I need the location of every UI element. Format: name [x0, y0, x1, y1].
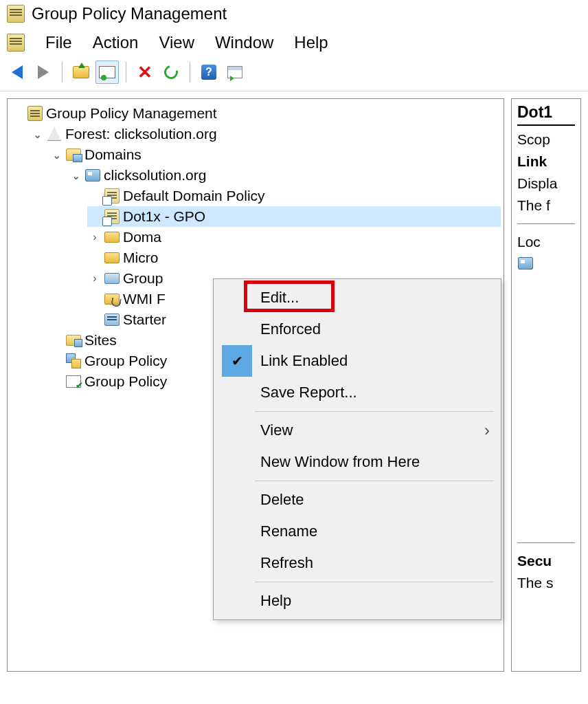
tree-domains[interactable]: ⌄ Domains — [49, 144, 501, 165]
following-text: The f — [517, 197, 575, 214]
modeling-icon — [66, 353, 81, 368]
ctx-enforced[interactable]: Enforced — [214, 314, 501, 345]
caret-down-icon: ⌄ — [69, 169, 82, 182]
tree-microsoft[interactable]: Micro — [87, 248, 501, 268]
separator — [255, 411, 494, 412]
domains-icon — [66, 148, 81, 161]
tree-sites-label: Sites — [84, 332, 117, 349]
refresh-icon — [161, 63, 180, 81]
menu-help[interactable]: Help — [294, 33, 328, 52]
ou-icon — [104, 232, 120, 243]
tree-ms-label: Micro — [123, 250, 158, 266]
separator — [126, 62, 126, 82]
folder-up-icon — [73, 66, 89, 78]
app-icon-small — [7, 34, 25, 52]
properties-button[interactable] — [95, 60, 119, 84]
context-menu: Edit... Enforced ✔ Link Enabled Save Rep… — [213, 278, 501, 620]
title-bar: Group Policy Management — [0, 0, 588, 28]
forest-icon — [47, 127, 61, 141]
toolbar: ✕ ? — [0, 58, 588, 91]
domain-icon — [85, 169, 100, 182]
check-icon: ✔ — [222, 345, 252, 377]
tree-dot1x-gpo[interactable]: Dot1x - GPO — [87, 206, 501, 227]
back-button[interactable] — [5, 60, 29, 84]
properties-icon — [99, 66, 115, 78]
pane-icon — [227, 66, 242, 78]
show-pane-button[interactable] — [223, 60, 247, 84]
tree-domains-label: Domains — [84, 146, 142, 163]
tree-domain-controllers[interactable]: › Doma — [87, 227, 501, 248]
ctx-rename[interactable]: Rename — [214, 516, 501, 547]
location-row[interactable] — [517, 256, 575, 273]
tree-default-policy[interactable]: Default Domain Policy — [87, 186, 501, 206]
tree-domain[interactable]: ⌄ clicksolution.org — [68, 165, 501, 186]
tree-forest-label: Forest: clicksolution.org — [65, 126, 217, 142]
links-heading: Link — [517, 153, 575, 170]
forward-button[interactable] — [32, 60, 55, 84]
separator — [255, 582, 494, 582]
menu-view[interactable]: View — [159, 33, 194, 52]
tree-results-label: Group Policy — [84, 373, 167, 390]
ctx-view[interactable]: View — [214, 415, 501, 446]
menu-bar: File Action View Window Help — [0, 28, 588, 58]
details-panel: Dot1 Scop Link Displa The f Loc Secu The… — [511, 98, 581, 672]
gpo-folder-icon — [104, 273, 120, 284]
tree-forest[interactable]: ⌄ Forest: clicksolution.org — [30, 124, 501, 144]
menu-file[interactable]: File — [45, 33, 72, 52]
gpm-icon — [27, 106, 43, 121]
details-title: Dot1 — [517, 103, 575, 126]
app-icon — [7, 5, 25, 23]
tree-modeling-label: Group Policy — [84, 353, 167, 369]
caret-right-icon: › — [89, 231, 101, 243]
tree-wmi-label: WMI F — [123, 291, 166, 307]
starter-gpo-icon — [104, 314, 120, 326]
ctx-refresh[interactable]: Refresh — [214, 547, 501, 579]
menu-action[interactable]: Action — [93, 33, 139, 52]
tree-dc-label: Doma — [123, 229, 161, 245]
wmi-icon — [104, 294, 120, 305]
ctx-help[interactable]: Help — [214, 585, 501, 617]
gpo-link-icon — [104, 188, 120, 204]
caret-down-icon: ⌄ — [31, 128, 43, 141]
ctx-delete[interactable]: Delete — [214, 484, 501, 516]
separator — [255, 481, 494, 481]
scope-tab[interactable]: Scop — [517, 131, 575, 148]
help-icon: ? — [201, 65, 216, 80]
ctx-new-window[interactable]: New Window from Here — [214, 446, 501, 478]
tree-default-policy-label: Default Domain Policy — [123, 188, 265, 204]
sites-icon — [66, 335, 81, 346]
display-text: Displa — [517, 175, 575, 192]
tree-root[interactable]: Group Policy Management — [10, 103, 501, 124]
refresh-button[interactable] — [159, 60, 183, 84]
separator — [62, 62, 63, 82]
help-button[interactable]: ? — [197, 60, 220, 84]
menu-window[interactable]: Window — [215, 33, 273, 52]
window-title: Group Policy Management — [32, 4, 227, 23]
arrow-right-icon — [38, 65, 49, 79]
gpo-link-icon — [104, 209, 120, 224]
delete-icon: ✕ — [137, 63, 152, 81]
ctx-save-report[interactable]: Save Report... — [214, 377, 501, 408]
security-heading: Secu — [517, 553, 575, 569]
security-text: The s — [517, 575, 575, 591]
ou-icon — [104, 252, 120, 263]
tree-dot1x-label: Dot1x - GPO — [123, 208, 205, 225]
up-button[interactable] — [69, 60, 93, 84]
separator — [517, 223, 575, 224]
tree-root-label: Group Policy Management — [46, 105, 217, 122]
ctx-edit[interactable]: Edit... — [214, 282, 501, 314]
tree-gpoc-label: Group — [123, 270, 163, 287]
tree-starter-label: Starter — [123, 311, 166, 328]
delete-button[interactable]: ✕ — [133, 60, 157, 84]
caret-right-icon: › — [89, 272, 101, 285]
ctx-link-enabled[interactable]: ✔ Link Enabled — [214, 345, 501, 377]
separator — [190, 62, 190, 82]
domain-icon — [518, 257, 533, 270]
location-header: Loc — [517, 234, 575, 250]
separator — [517, 542, 575, 543]
arrow-left-icon — [12, 65, 23, 79]
caret-down-icon: ⌄ — [50, 148, 63, 162]
tree-domain-label: clicksolution.org — [104, 167, 206, 184]
results-icon — [66, 375, 81, 388]
